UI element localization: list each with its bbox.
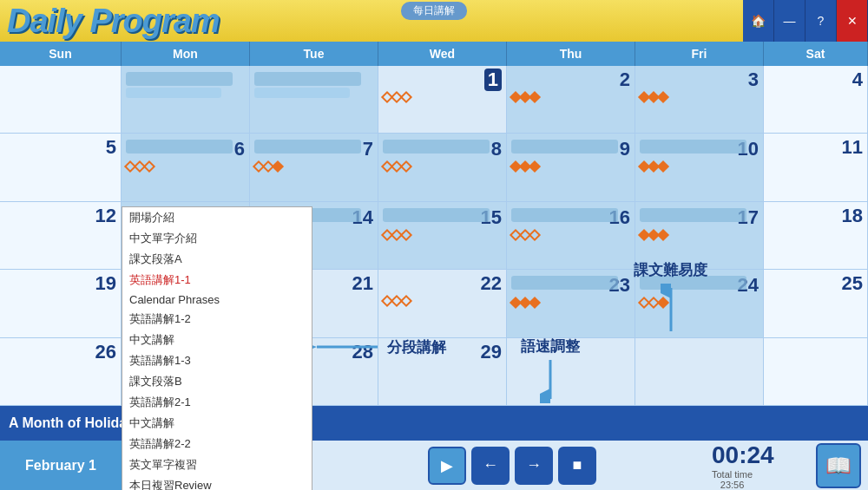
cal-week-2: 5 6 7 8 [0, 134, 868, 201]
cal-cell-mon1[interactable] [122, 66, 250, 133]
dropdown-item-4[interactable]: 英語講解1-1 [122, 270, 312, 291]
cal-cell-sun3[interactable]: 12 [0, 202, 122, 269]
speed-adjust-label: 語速調整 [521, 338, 580, 355]
dropdown-item-14[interactable]: 本日複習Review [122, 475, 312, 490]
stop-button[interactable]: ■ [558, 447, 596, 485]
cal-cell-sun1[interactable] [0, 66, 122, 133]
cal-cell-tue1[interactable] [250, 66, 378, 133]
help-button[interactable]: ? [806, 0, 837, 42]
cal-cell-sat2[interactable]: 11 [764, 134, 868, 200]
date-display: February 1 [0, 441, 122, 490]
play-button[interactable]: ▶ [428, 447, 466, 485]
day-wed: Wed [378, 42, 507, 66]
dropdown-item-13[interactable]: 英文單字複習 [122, 454, 312, 475]
prev-button[interactable]: ← [471, 447, 510, 485]
dropdown-item-9[interactable]: 課文段落B [122, 371, 312, 392]
cal-cell-fri2[interactable]: 10 [635, 134, 764, 200]
date-5[interactable]: 5 [106, 136, 116, 159]
cal-cell-thu4[interactable]: 23 [507, 270, 635, 336]
up-arrow-icon [661, 284, 681, 336]
cal-cell-sat1[interactable]: 4 [764, 66, 868, 133]
date-4[interactable]: 4 [852, 69, 863, 91]
dropdown-item-8[interactable]: 英語講解1-3 [122, 350, 312, 371]
dropdown-item-11[interactable]: 中文講解 [122, 413, 312, 434]
app-title: Daily Program [7, 4, 220, 37]
calendar-header: Sun Mon Tue Wed Thu Fri Sat [0, 42, 868, 66]
timer-area: 00:24 Total time 23:56 [712, 441, 799, 490]
down-arrow-icon [540, 360, 561, 403]
cal-cell-wed3[interactable]: 15 [378, 202, 507, 269]
next-button[interactable]: → [515, 447, 553, 485]
segment-lecture-label: 分段講解 [387, 337, 446, 357]
date-26[interactable]: 26 [95, 341, 116, 363]
date-2[interactable]: 2 [620, 69, 630, 91]
date-25[interactable]: 25 [842, 272, 863, 295]
date-12[interactable]: 12 [95, 205, 116, 227]
cal-cell-fri1[interactable]: 3 [635, 66, 764, 133]
timer-display: 00:24 [712, 441, 774, 469]
dropdown-box: 開場介紹 中文單字介紹 課文段落A 英語講解1-1 Calendar Phras… [122, 206, 312, 490]
annotation-segment-lecture: 分段講解 [312, 336, 446, 357]
dropdown-item-2[interactable]: 中文單字介紹 [122, 228, 312, 249]
day-tue: Tue [250, 42, 378, 66]
cal-cell-wed2[interactable]: 8 [378, 134, 507, 200]
day-mon: Mon [122, 42, 250, 66]
daily-lecture-badge: 每日講解 [401, 2, 467, 20]
date-21[interactable]: 21 [352, 272, 373, 295]
cal-cell-wed1[interactable]: 1 [378, 66, 507, 133]
dropdown-item-7[interactable]: 中文講解 [122, 330, 312, 350]
cal-cell-wed4[interactable]: 22 [378, 270, 507, 336]
cal-cell-sun2[interactable]: 5 [0, 134, 122, 200]
cal-cell-thu3[interactable]: 16 [507, 202, 635, 269]
header-buttons: 🏠 — ? ✕ [743, 0, 868, 42]
cal-cell-thu1[interactable]: 2 [507, 66, 635, 133]
cal-cell-tue2[interactable]: 7 [250, 134, 378, 200]
cal-cell-thu2[interactable]: 9 [507, 134, 635, 200]
cal-cell-sun4[interactable]: 19 [0, 270, 122, 336]
lesson-dropdown-popup: 開場介紹 中文單字介紹 課文段落A 英語講解1-1 Calendar Phras… [122, 206, 312, 490]
dropdown-item-1[interactable]: 開場介紹 [122, 207, 312, 228]
home-button[interactable]: 🏠 [743, 0, 774, 42]
transport-controls: ▶ ← → ■ [312, 447, 712, 485]
date-11[interactable]: 11 [842, 136, 863, 159]
date-3[interactable]: 3 [748, 69, 759, 91]
annotation-speed-adjust: 語速調整 [521, 336, 580, 403]
dropdown-item-10[interactable]: 英語講解2-1 [122, 392, 312, 413]
date-7[interactable]: 7 [363, 138, 373, 160]
day-thu: Thu [507, 42, 635, 66]
cal-cell-fri5[interactable] [635, 338, 764, 405]
annotation-difficulty: 課文難易度 [634, 260, 707, 336]
date-22[interactable]: 22 [481, 272, 502, 295]
date-8[interactable]: 8 [491, 138, 502, 160]
date-9[interactable]: 9 [620, 138, 630, 160]
cal-week-1: 1 2 3 4 [0, 66, 868, 134]
dropdown-item-12[interactable]: 英語講解2-2 [122, 434, 312, 454]
dropdown-item-5[interactable]: Calendar Phrases [122, 291, 312, 309]
date-29[interactable]: 29 [481, 341, 502, 363]
minimize-button[interactable]: — [774, 0, 806, 42]
date-1[interactable]: 1 [484, 69, 502, 91]
difficulty-label: 課文難易度 [634, 262, 707, 278]
total-time-display: Total time 23:56 [712, 469, 753, 490]
cal-cell-fri3[interactable]: 17 [635, 202, 764, 269]
header: Daily Program 每日講解 🏠 — ? ✕ [0, 0, 868, 42]
close-button[interactable]: ✕ [837, 0, 868, 42]
dropdown-item-3[interactable]: 課文段落A [122, 249, 312, 270]
date-6[interactable]: 6 [234, 138, 245, 160]
date-18[interactable]: 18 [842, 205, 863, 227]
dropdown-item-6[interactable]: 英語講解1-2 [122, 309, 312, 330]
cal-cell-sat5[interactable] [764, 338, 868, 405]
book-button[interactable]: 📖 [816, 443, 861, 488]
cal-cell-sat4[interactable]: 25 [764, 270, 868, 336]
cal-cell-mon2[interactable]: 6 [122, 134, 250, 200]
date-19[interactable]: 19 [95, 272, 116, 295]
left-arrow-icon [312, 336, 382, 357]
cal-cell-sat3[interactable]: 18 [764, 202, 868, 269]
day-sat: Sat [764, 42, 868, 66]
day-fri: Fri [635, 42, 764, 66]
cal-cell-sun5[interactable]: 26 [0, 338, 122, 405]
day-sun: Sun [0, 42, 122, 66]
